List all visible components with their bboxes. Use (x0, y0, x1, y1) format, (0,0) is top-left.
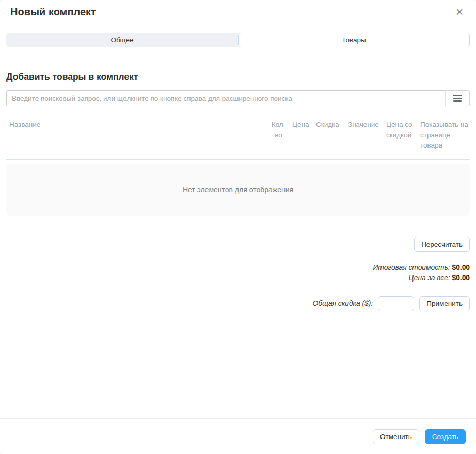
modal-footer: Отменить Создать (0, 418, 476, 454)
close-icon: × (456, 5, 464, 19)
recalculate-row: Пересчитать (6, 237, 470, 252)
tab-products[interactable]: Товары (238, 33, 470, 47)
cancel-button[interactable]: Отменить (373, 429, 419, 444)
total-discount-row: Общая скидка ($): Применить (6, 296, 470, 311)
column-header-qty: Кол-во (269, 120, 292, 140)
column-header-price-with-discount: Цена со скидкой (386, 120, 420, 140)
tab-bar: Общее Товары (6, 33, 470, 47)
hamburger-icon (453, 95, 462, 102)
add-products-heading: Добавить товары в комплект (6, 72, 470, 83)
tab-general[interactable]: Общее (6, 33, 238, 47)
tab-general-label: Общее (110, 36, 133, 44)
modal-header: Новый комплект × (0, 0, 476, 24)
new-bundle-modal: Новый комплект × Общее Товары Добавить т… (0, 0, 476, 454)
total-cost-label: Итоговая стоимость: (373, 264, 450, 271)
modal-title: Новый комплект (10, 6, 96, 18)
column-header-show-on-product-page: Показывать на странице товара (420, 120, 470, 151)
total-discount-input[interactable] (378, 296, 414, 311)
totals-block: Итоговая стоимость: $0.00 Цена за все: $… (6, 263, 470, 283)
total-cost-line: Итоговая стоимость: $0.00 (6, 263, 470, 273)
price-for-all-value: $0.00 (452, 274, 470, 282)
close-button[interactable]: × (453, 6, 466, 18)
content-spacer (0, 311, 476, 418)
column-header-discount: Скидка (316, 120, 348, 130)
column-header-value: Значение (348, 120, 386, 130)
advanced-search-button[interactable] (446, 90, 470, 106)
products-table-header: Название Кол-во Цена Скидка Значение Цен… (6, 117, 470, 160)
product-search-group (6, 90, 470, 106)
total-discount-label: Общая скидка ($): (313, 300, 373, 307)
apply-discount-button[interactable]: Применить (419, 296, 470, 311)
price-for-all-label: Цена за все: (408, 274, 450, 282)
tab-products-label: Товары (342, 36, 366, 44)
recalculate-button[interactable]: Пересчитать (414, 237, 470, 252)
price-for-all-line: Цена за все: $0.00 (6, 273, 470, 283)
total-cost-value: $0.00 (452, 264, 470, 271)
empty-state-text: Нет элементов для отображения (183, 186, 293, 194)
product-search-input[interactable] (6, 90, 446, 106)
create-button[interactable]: Создать (425, 429, 466, 444)
column-header-price: Цена (292, 120, 316, 130)
column-header-name: Название (6, 120, 269, 130)
empty-state-panel: Нет элементов для отображения (6, 164, 470, 216)
